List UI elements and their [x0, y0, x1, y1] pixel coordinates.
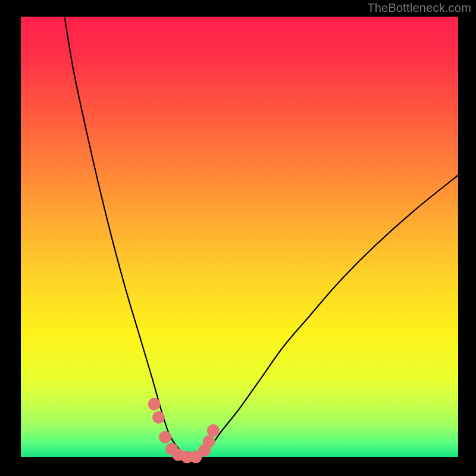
highlight-dot — [203, 436, 215, 448]
highlight-dot — [152, 411, 165, 424]
watermark-text: TheBottleneck.com — [367, 1, 471, 15]
highlight-dot — [148, 398, 161, 411]
highlight-dot — [207, 424, 220, 437]
chart-root: TheBottleneck.com — [0, 0, 476, 476]
bottleneck-chart — [0, 0, 476, 476]
plot-background — [21, 17, 458, 457]
highlight-dot — [159, 431, 171, 443]
